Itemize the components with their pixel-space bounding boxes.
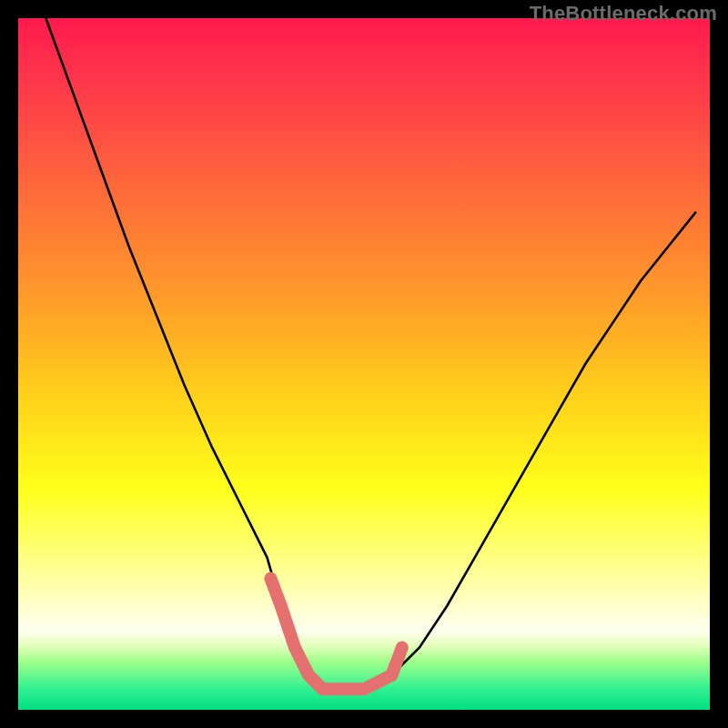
chart-background [18, 18, 710, 710]
chart-frame: TheBottleneck.com [0, 0, 728, 728]
watermark-text: TheBottleneck.com [530, 2, 717, 25]
bottleneck-chart [18, 18, 710, 710]
